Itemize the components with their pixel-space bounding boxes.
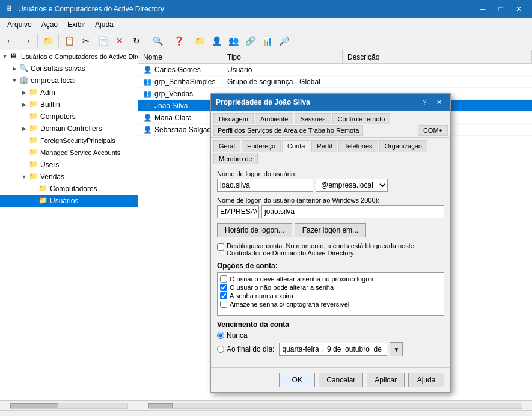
tree-item-vendas[interactable]: ▼ 📁 Vendas: [0, 171, 138, 183]
toolbar-forward[interactable]: →: [19, 33, 35, 49]
tab-geral[interactable]: Geral: [213, 140, 240, 152]
title-bar: 🖥 Usuários e Computadores do Active Dire…: [0, 0, 532, 18]
list-cell-type: Usuário: [222, 66, 343, 74]
toolbar-refresh[interactable]: ↻: [129, 33, 144, 49]
tab-com-plus[interactable]: COM+: [418, 125, 448, 136]
toolbar-new-printer[interactable]: 📊: [259, 33, 275, 49]
toolbar-delete[interactable]: ✕: [112, 33, 127, 49]
tree-empresa-expand: ▼: [10, 76, 19, 85]
option-2[interactable]: O usuário não pode alterar a senha: [220, 284, 441, 291]
fazer-logon-button[interactable]: Fazer logon em...: [295, 223, 366, 237]
toolbar-filter[interactable]: 🔎: [276, 33, 292, 49]
tab-bar-row2: Geral Endereço Conta Perfil Telefones Or…: [211, 138, 450, 164]
tab-profile-label[interactable]: Perfil dos Serviços de Área de Trabalho …: [213, 125, 363, 136]
tree-item-managed[interactable]: 📁 Managed Service Accounts: [0, 147, 138, 159]
tree-item-consultas[interactable]: ▶ 🔍 Consultas salvas: [0, 63, 138, 75]
radio-nunca-row[interactable]: Nunca: [217, 331, 444, 340]
tree-item-dc[interactable]: ▶ 📁 Domain Controllers: [0, 123, 138, 135]
tree-computadores-icon: 📁: [38, 184, 48, 194]
logon-old-input[interactable]: [261, 205, 444, 218]
menu-acao[interactable]: Ação: [37, 18, 63, 31]
tab-membro-de[interactable]: Membro de: [213, 153, 258, 164]
minimize-button[interactable]: ─: [474, 3, 491, 15]
option-4[interactable]: Amazene senha c/ criptografia reversível: [220, 301, 441, 308]
toolbar-copy[interactable]: 📋: [61, 33, 77, 49]
domain-select[interactable]: @empresa.local: [316, 179, 388, 192]
tab-ambiente[interactable]: Ambiente: [255, 113, 293, 124]
tree-scrollbar[interactable]: [0, 401, 138, 410]
menu-arquivo[interactable]: Arquivo: [2, 18, 37, 31]
toolbar-up[interactable]: 📁: [40, 33, 56, 49]
option-3-checkbox[interactable]: [220, 292, 227, 299]
tree-item-usuarios-vendas[interactable]: 📁 Usuários: [0, 195, 138, 207]
tree-item-adm[interactable]: ▶ 📁 Adm: [0, 87, 138, 99]
tab-perfil[interactable]: Perfil: [311, 140, 337, 152]
toolbar-sep-1: [37, 34, 38, 47]
option-1-checkbox[interactable]: [220, 275, 227, 283]
col-type[interactable]: Tipo: [222, 50, 343, 63]
toolbar-paste[interactable]: 📄: [95, 33, 111, 49]
menu-ajuda[interactable]: Ajuda: [90, 18, 118, 31]
option-4-checkbox[interactable]: [220, 301, 227, 308]
tree-usuarios-label: Usuários: [50, 197, 78, 205]
dialog-help-button[interactable]: ?: [418, 97, 431, 108]
menu-exibir[interactable]: Exibir: [63, 18, 90, 31]
radio-nunca[interactable]: [217, 332, 224, 339]
radio-ao-final-row[interactable]: Ao final do dia: ▼: [217, 342, 444, 356]
option-2-checkbox[interactable]: [220, 284, 227, 291]
logon-name-row: @empresa.local: [217, 179, 444, 192]
cancelar-button[interactable]: Cancelar: [319, 373, 363, 387]
ajuda-button[interactable]: Ajuda: [408, 373, 444, 387]
radio-ao-final[interactable]: [217, 346, 224, 353]
col-name[interactable]: Nome: [138, 50, 222, 63]
tab-sessoes[interactable]: Sessões: [295, 113, 331, 124]
tab-telefones[interactable]: Telefones: [338, 140, 378, 152]
row2-name: grp_SenhaSimples: [154, 78, 215, 86]
list-cell-name: 👤 Carlos Gomes: [138, 66, 222, 74]
unlock-checkbox[interactable]: [217, 243, 224, 251]
toolbar-cut[interactable]: ✂: [78, 33, 94, 49]
tab-discagem[interactable]: Discagem: [213, 113, 254, 124]
unlock-row[interactable]: Desbloquear conta. No momento, a conta e…: [217, 242, 444, 257]
toolbar-new-org[interactable]: 📁: [192, 33, 207, 49]
toolbar-sep-5: [189, 34, 189, 47]
logon-name-input[interactable]: [217, 179, 313, 192]
tree-foreign-icon: 📁: [29, 136, 38, 145]
tree-item-foreign[interactable]: 📁 ForeignSecurityPrincipals: [0, 135, 138, 147]
list-item[interactable]: 👤 Carlos Gomes Usuário: [138, 64, 532, 76]
aplicar-button[interactable]: Aplicar: [367, 373, 405, 387]
date-input[interactable]: [279, 343, 387, 356]
toolbar-new-user[interactable]: 👤: [209, 33, 224, 49]
option-1[interactable]: O usuário deve alterar a senha no próxim…: [220, 275, 441, 283]
tab-organizacao[interactable]: Organização: [379, 140, 427, 152]
toolbar-back[interactable]: ←: [2, 33, 18, 49]
tree-item-computers[interactable]: 📁 Computers: [0, 111, 138, 123]
maximize-button[interactable]: □: [492, 3, 509, 15]
tab-endereco[interactable]: Endereço: [242, 140, 281, 152]
tree-item-users[interactable]: 📁 Users: [0, 159, 138, 171]
window-close-button[interactable]: ✕: [510, 3, 527, 15]
tab-conta[interactable]: Conta: [282, 140, 310, 152]
dialog-close-button[interactable]: ✕: [432, 97, 445, 108]
date-picker-button[interactable]: ▼: [390, 342, 403, 356]
toolbar-new-comp[interactable]: 🔗: [242, 33, 258, 49]
tree-item-empresa[interactable]: ▼ 🏢 empresa.local: [0, 75, 138, 87]
tree-empresa-label: empresa.local: [31, 76, 76, 85]
toolbar-help[interactable]: ❓: [171, 33, 186, 49]
ok-button[interactable]: OK: [279, 373, 315, 387]
tab-controle-remoto[interactable]: Controle remoto: [332, 113, 391, 124]
toolbar-search[interactable]: 🔍: [150, 33, 165, 49]
user-icon: 👤: [143, 102, 152, 110]
option-3[interactable]: A senha nunca expira: [220, 292, 441, 299]
toolbar: ← → 📁 📋 ✂ 📄 ✕ ↻ 🔍 ❓ 📁 👤 👥 🔗 📊 🔎: [0, 31, 532, 50]
list-item[interactable]: 👥 grp_SenhaSimples Grupo de segurança - …: [138, 76, 532, 88]
tree-root[interactable]: ▼ 🖥 Usuários e Computadores do Active Di…: [0, 50, 138, 63]
options-list[interactable]: O usuário deve alterar a senha no próxim…: [217, 272, 444, 316]
toolbar-new-group[interactable]: 👥: [225, 33, 241, 49]
list-scrollbar[interactable]: [138, 401, 532, 410]
col-desc[interactable]: Descrição: [343, 50, 532, 63]
tree-item-computadores[interactable]: 📁 Computadores: [0, 183, 138, 195]
tree-item-builtin[interactable]: ▶ 📁 Builtin: [0, 99, 138, 111]
tab-bar-row1: Discagem Ambiente Sessões Controle remot…: [211, 111, 450, 124]
horario-logon-button[interactable]: Horário de logon...: [217, 223, 292, 237]
